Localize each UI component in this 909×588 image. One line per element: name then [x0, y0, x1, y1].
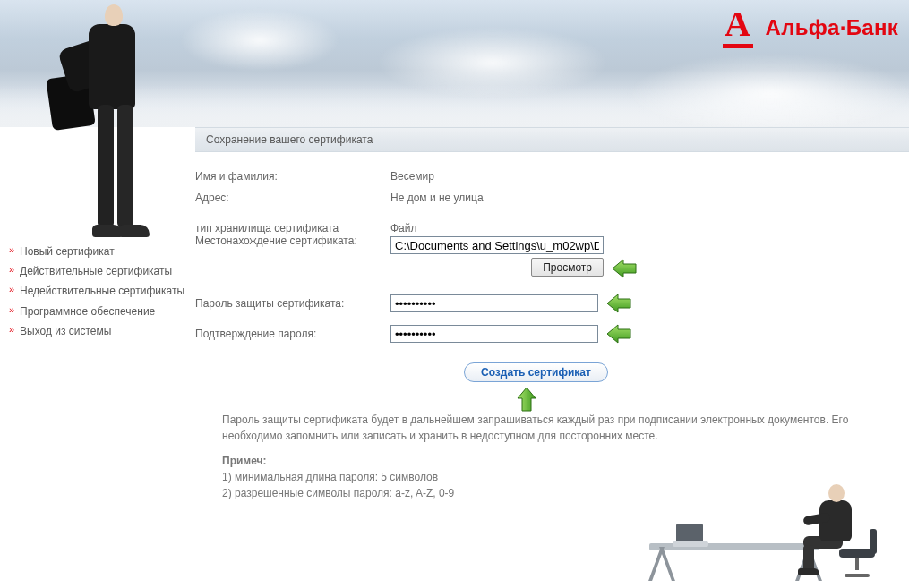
password-label: Пароль защиты сертификата:: [195, 297, 390, 310]
certificate-form: Имя и фамилия: Весемир Адрес: Не дом и н…: [195, 170, 900, 382]
sidebar-nav: Новый сертификат Действительные сертифик…: [5, 242, 193, 341]
name-label: Имя и фамилия:: [195, 170, 390, 183]
section-header: Сохранение вашего сертификата: [195, 127, 909, 152]
browse-button[interactable]: Просмотр: [531, 258, 604, 277]
password-notes: Пароль защиты сертификата будет в дальне…: [222, 412, 900, 501]
address-label: Адрес:: [195, 192, 390, 204]
confirm-label: Подтверждение пароля:: [195, 328, 390, 340]
note-paragraph: Пароль защиты сертификата будет в дальне…: [222, 412, 900, 444]
location-label: Местонахождение сертификата:: [195, 234, 383, 247]
section-title: Сохранение вашего сертификата: [206, 133, 373, 146]
name-value: Весемир: [390, 170, 605, 183]
sidebar-item-new-cert[interactable]: Новый сертификат: [5, 242, 193, 261]
sidebar-item-software[interactable]: Программное обеспечение: [5, 302, 193, 321]
store-type-label: тип хранилища сертификата: [195, 222, 383, 234]
address-value: Не дом и не улица: [390, 192, 605, 204]
create-certificate-button[interactable]: Создать сертификат: [464, 362, 608, 382]
arrow-left-icon: [605, 293, 632, 314]
note-head: Примеч:: [222, 455, 267, 467]
confirm-password-input[interactable]: [390, 325, 598, 343]
arrow-left-icon: [605, 323, 632, 345]
brand-logo: А Альфа·Банк: [719, 9, 898, 47]
logo-mark-icon: А: [719, 9, 757, 47]
note-rule-1: 1) минимальная длина пароля: 5 символов: [222, 469, 900, 485]
arrow-left-icon: [611, 258, 638, 279]
sidebar-item-valid-certs[interactable]: Действительные сертификаты: [5, 261, 193, 281]
sidebar-item-invalid-certs[interactable]: Недействительные сертификаты: [5, 281, 193, 301]
location-input[interactable]: [390, 236, 604, 254]
sidebar-item-logout[interactable]: Выход из системы: [5, 321, 193, 341]
brand-name: Альфа·Банк: [766, 15, 898, 40]
arrow-up-icon: [516, 386, 537, 413]
store-type-value: Файл: [390, 222, 623, 234]
password-input[interactable]: [390, 294, 598, 312]
note-rule-2: 2) разрешенные символы пароля: a-z, A-Z,…: [222, 485, 900, 501]
